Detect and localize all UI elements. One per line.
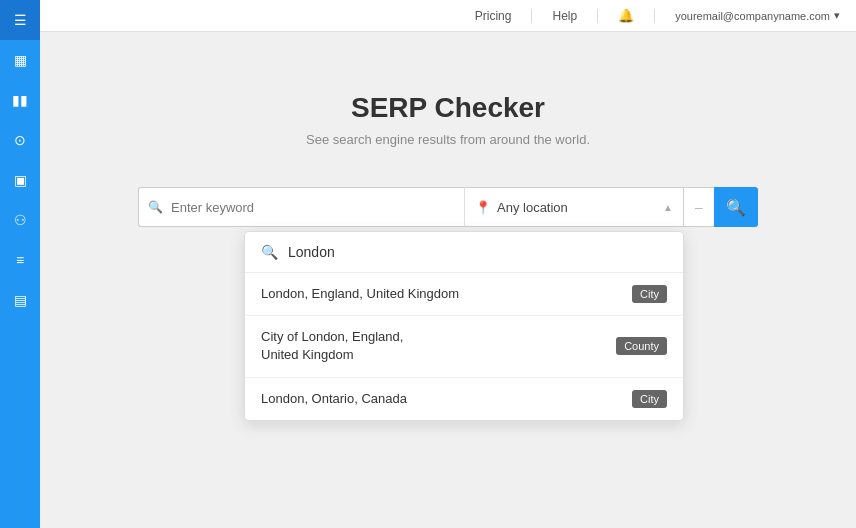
location-selector[interactable]: 📍 Any location ▲: [464, 187, 684, 227]
topbar-divider-1: [531, 9, 532, 23]
list-item[interactable]: City of London, England,United Kingdom C…: [245, 316, 683, 377]
notification-bell-icon[interactable]: 🔔: [618, 8, 634, 23]
location-wrapper: 📍 Any location ▲ 🔍 London, England, Unit…: [464, 187, 684, 227]
keyword-input[interactable]: [138, 187, 464, 227]
result-name: London, England, United Kingdom: [261, 285, 459, 303]
page-area: SERP Checker See search engine results f…: [40, 32, 856, 528]
result-badge-city: City: [632, 285, 667, 303]
chart-icon: ▮▮: [12, 92, 28, 108]
sidebar-item-cards[interactable]: ▣: [0, 160, 40, 200]
location-text: Any location: [497, 200, 657, 215]
location-chevron-icon: ▲: [663, 202, 673, 213]
sidebar-item-list[interactable]: ≡: [0, 240, 40, 280]
help-link[interactable]: Help: [552, 9, 577, 23]
dropdown-search-wrapper: 🔍: [245, 232, 683, 273]
result-name: City of London, England,United Kingdom: [261, 328, 403, 364]
main-content: Pricing Help 🔔 youremail@companyname.com…: [40, 0, 856, 528]
dropdown-search-input[interactable]: [288, 244, 667, 260]
grid-icon: ▦: [14, 52, 27, 68]
pricing-link[interactable]: Pricing: [475, 9, 512, 23]
result-badge-city-2: City: [632, 390, 667, 408]
search-icon: ⊙: [14, 132, 26, 148]
email-text: youremail@companyname.com: [675, 10, 830, 22]
search-row: 🔍 📍 Any location ▲ 🔍: [138, 187, 758, 227]
page-title: SERP Checker: [351, 92, 545, 124]
sidebar-item-dashboard[interactable]: ▦: [0, 40, 40, 80]
keyword-input-wrapper: 🔍: [138, 187, 464, 227]
bars-icon: ☰: [14, 12, 27, 28]
search-button-icon: 🔍: [726, 198, 746, 217]
dash-text: –: [695, 199, 703, 215]
result-name: London, Ontario, Canada: [261, 390, 407, 408]
location-dropdown: 🔍 London, England, United Kingdom City C…: [244, 231, 684, 421]
list-icon: ≡: [16, 252, 24, 268]
page-subtitle: See search engine results from around th…: [306, 132, 590, 147]
list-item[interactable]: London, England, United Kingdom City: [245, 273, 683, 316]
sidebar-item-analytics[interactable]: ▮▮: [0, 80, 40, 120]
topbar: Pricing Help 🔔 youremail@companyname.com…: [40, 0, 856, 32]
users-icon: ⚇: [14, 212, 27, 228]
sidebar: ☰ ▦ ▮▮ ⊙ ▣ ⚇ ≡ ▤: [0, 0, 40, 528]
dropdown-search-icon: 🔍: [261, 244, 278, 260]
sidebar-item-users[interactable]: ⚇: [0, 200, 40, 240]
dash-separator: –: [684, 187, 714, 227]
search-button[interactable]: 🔍: [714, 187, 758, 227]
topbar-divider-2: [597, 9, 598, 23]
sidebar-item-search[interactable]: ⊙: [0, 120, 40, 160]
location-pin-icon: 📍: [475, 200, 491, 215]
result-badge-county: County: [616, 337, 667, 355]
doc-icon: ▤: [14, 292, 27, 308]
card-icon: ▣: [14, 172, 27, 188]
sidebar-item-doc[interactable]: ▤: [0, 280, 40, 320]
sidebar-item-active[interactable]: ☰: [0, 0, 40, 40]
dropdown-arrow-icon: ▾: [834, 9, 840, 22]
topbar-divider-3: [654, 9, 655, 23]
user-email[interactable]: youremail@companyname.com ▾: [675, 9, 840, 22]
list-item[interactable]: London, Ontario, Canada City: [245, 378, 683, 420]
